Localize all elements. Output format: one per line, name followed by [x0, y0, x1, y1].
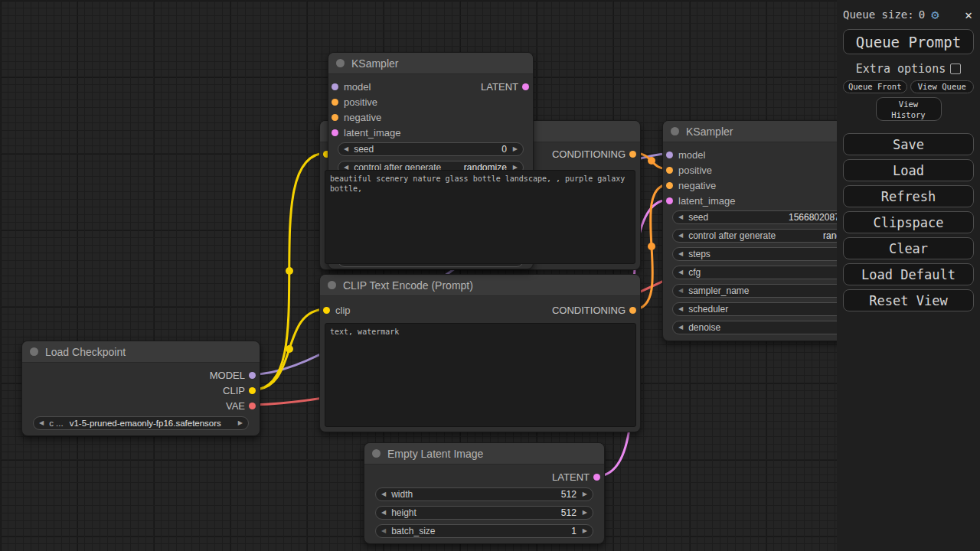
port-label: latent_image — [678, 195, 735, 207]
port-label: CLIP — [223, 385, 245, 396]
port-clip-input[interactable] — [323, 307, 330, 314]
decrement-arrow-icon[interactable]: ◀ — [678, 214, 683, 220]
port-model-input[interactable] — [332, 83, 338, 90]
increment-arrow-icon[interactable]: ▶ — [238, 420, 243, 426]
increment-arrow-icon[interactable]: ▶ — [583, 491, 587, 497]
collapse-dot-icon[interactable] — [372, 449, 381, 458]
decrement-arrow-icon[interactable]: ◀ — [381, 491, 386, 497]
queue-size-value: 0 — [919, 8, 925, 21]
settings-gear-icon[interactable]: ⚙ — [931, 7, 939, 22]
load-button[interactable]: Load — [843, 159, 974, 181]
port-label: model — [344, 81, 371, 93]
decrement-arrow-icon[interactable]: ◀ — [678, 288, 683, 294]
clear-button[interactable]: Clear — [843, 237, 974, 259]
port-label: MODEL — [210, 370, 245, 381]
collapse-dot-icon[interactable] — [30, 347, 38, 356]
port-vae-output[interactable] — [249, 403, 256, 409]
increment-arrow-icon[interactable]: ▶ — [513, 146, 518, 152]
height-widget[interactable]: ◀ height 512 ▶ — [375, 506, 593, 520]
node-header[interactable]: CLIP Text Encode (Prompt) — [320, 275, 640, 296]
collapse-dot-icon[interactable] — [328, 281, 336, 289]
port-negative-input[interactable] — [332, 114, 338, 121]
port-latent-output[interactable] — [522, 83, 529, 90]
load-default-button[interactable]: Load Default — [843, 263, 974, 285]
queue-size-label: Queue size: — [843, 8, 914, 21]
port-label: VAE — [226, 400, 245, 412]
positive-prompt-textarea[interactable]: beautiful scenery nature glass bottle la… — [325, 170, 635, 264]
width-widget[interactable]: ◀ width 512 ▶ — [375, 487, 593, 501]
queue-prompt-button[interactable]: Queue Prompt — [843, 29, 974, 54]
extra-options-checkbox[interactable] — [950, 64, 961, 74]
port-label: latent_image — [344, 127, 400, 139]
port-label: CONDITIONING — [552, 305, 626, 316]
decrement-arrow-icon[interactable]: ◀ — [678, 306, 683, 312]
decrement-arrow-icon[interactable]: ◀ — [39, 420, 44, 426]
port-latent-output[interactable] — [593, 474, 600, 481]
node-title: KSampler — [351, 57, 398, 70]
port-conditioning-output[interactable] — [629, 151, 636, 158]
collapse-dot-icon[interactable] — [671, 127, 679, 135]
ckpt-name-value: v1-5-pruned-emaonly-fp16.safetensors — [70, 419, 221, 428]
collapse-dot-icon[interactable] — [336, 59, 345, 67]
decrement-arrow-icon[interactable]: ◀ — [678, 233, 683, 239]
port-positive-input[interactable] — [332, 99, 338, 106]
port-label: model — [678, 149, 705, 161]
increment-arrow-icon[interactable]: ▶ — [583, 510, 587, 516]
decrement-arrow-icon[interactable]: ◀ — [678, 324, 683, 331]
node-header[interactable]: Empty Latent Image — [364, 443, 604, 465]
port-label: negative — [678, 180, 716, 191]
port-label: CONDITIONING — [552, 148, 626, 160]
node-title: KSampler — [686, 126, 733, 138]
seed-widget[interactable]: ◀ seed 0 ▶ — [338, 142, 524, 156]
view-queue-button[interactable]: View Queue — [910, 80, 975, 93]
increment-arrow-icon[interactable]: ▶ — [583, 528, 587, 534]
node-empty-latent-image[interactable]: Empty Latent Image LATENT ◀ width 512 ▶ … — [364, 442, 605, 544]
port-negative-input[interactable] — [666, 182, 673, 189]
port-label: positive — [344, 96, 377, 108]
queue-front-button[interactable]: Queue Front — [843, 80, 907, 93]
port-latent-image-input[interactable] — [332, 129, 338, 136]
port-positive-input[interactable] — [666, 167, 673, 174]
comfyui-app: CONDITIONING KSampler model LATENT posit… — [0, 0, 980, 551]
node-load-checkpoint[interactable]: Load Checkpoint MODEL CLIP VAE ◀ c ... v… — [21, 341, 260, 436]
node-title: Load Checkpoint — [45, 346, 126, 358]
close-icon[interactable]: ✕ — [965, 8, 972, 22]
view-history-button[interactable]: View History — [876, 97, 942, 121]
decrement-arrow-icon[interactable]: ◀ — [678, 269, 683, 276]
decrement-arrow-icon[interactable]: ◀ — [381, 528, 386, 534]
port-model-output[interactable] — [249, 372, 256, 379]
port-label: LATENT — [552, 471, 590, 483]
menu-panel: Queue size: 0 ⚙ ✕ Queue Prompt Extra opt… — [837, 0, 980, 551]
port-label: LATENT — [481, 81, 518, 93]
node-header[interactable]: Load Checkpoint — [22, 341, 260, 363]
port-latent-image-input[interactable] — [666, 197, 673, 204]
negative-prompt-textarea[interactable]: text, watermark — [325, 323, 636, 427]
reset-view-button[interactable]: Reset View — [843, 289, 974, 311]
port-label: clip — [335, 305, 351, 316]
refresh-button[interactable]: Refresh — [843, 185, 974, 207]
node-title: CLIP Text Encode (Prompt) — [343, 279, 473, 292]
extra-options-label: Extra options — [856, 62, 946, 76]
port-clip-output[interactable] — [249, 387, 256, 394]
node-header[interactable]: KSampler — [328, 53, 533, 74]
port-model-input[interactable] — [666, 152, 673, 158]
node-title: Empty Latent Image — [387, 448, 483, 460]
ckpt-name-widget[interactable]: ◀ c ... v1-5-pruned-emaonly-fp16.safeten… — [33, 416, 249, 430]
save-button[interactable]: Save — [843, 133, 974, 155]
decrement-arrow-icon[interactable]: ◀ — [678, 251, 683, 257]
port-label: positive — [678, 165, 712, 176]
clipspace-button[interactable]: Clipspace — [843, 211, 974, 233]
decrement-arrow-icon[interactable]: ◀ — [381, 510, 386, 516]
decrement-arrow-icon[interactable]: ◀ — [344, 146, 348, 152]
port-label: negative — [344, 112, 381, 123]
batch-size-widget[interactable]: ◀ batch_size 1 ▶ — [375, 524, 593, 538]
port-conditioning-output[interactable] — [629, 307, 636, 314]
